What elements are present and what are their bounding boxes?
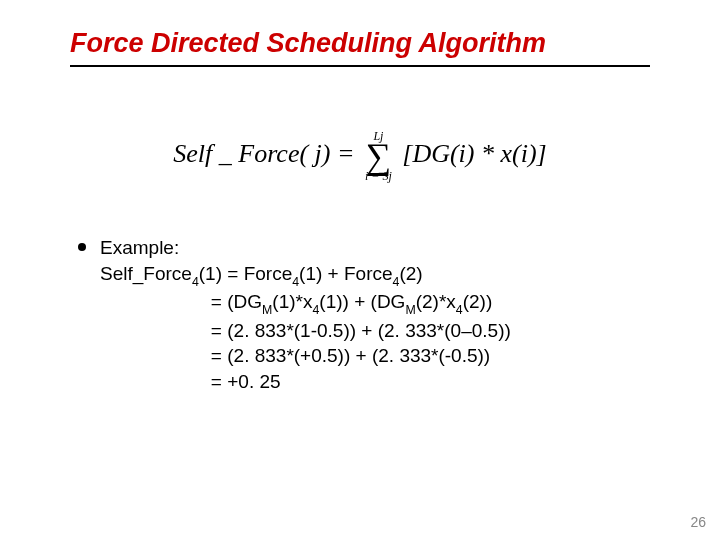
self-force-formula: Self _ Force( j) = Lj ∑ i = Sj [DG(i) * … xyxy=(0,130,720,182)
example-line-5: = +0. 25 xyxy=(100,369,660,395)
sum-lower: i = Sj xyxy=(365,170,392,182)
summation-symbol: Lj ∑ i = Sj xyxy=(365,130,392,182)
bullet-icon xyxy=(78,243,86,251)
example-line-4: = (2. 833*(+0.5)) + (2. 333*(-0.5)) xyxy=(100,343,660,369)
slide-title: Force Directed Scheduling Algorithm xyxy=(70,28,650,67)
example-line-1: Self_Force4(1) = Force4(1) + Force4(2) xyxy=(100,261,660,289)
slide: Force Directed Scheduling Algorithm Self… xyxy=(0,0,720,540)
example-heading: Example: xyxy=(100,235,660,261)
page-number: 26 xyxy=(690,514,706,530)
example-block: Example: Self_Force4(1) = Force4(1) + Fo… xyxy=(100,235,660,394)
formula-lhs: Self _ Force( j) = xyxy=(173,139,354,168)
sigma-icon: ∑ xyxy=(365,140,392,172)
example-line-2: = (DGM(1)*x4(1)) + (DGM(2)*x4(2)) xyxy=(100,289,660,317)
formula-rhs: [DG(i) * x(i)] xyxy=(402,139,546,168)
example-line-3: = (2. 833*(1-0.5)) + (2. 333*(0–0.5)) xyxy=(100,318,660,344)
